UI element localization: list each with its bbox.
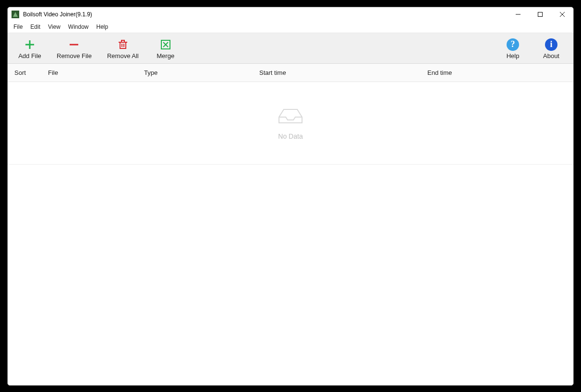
app-icon	[12, 11, 19, 18]
column-headers: Sort File Type Start time End time	[8, 64, 573, 82]
help-label: Help	[507, 52, 520, 59]
close-button[interactable]	[551, 7, 573, 22]
window-controls	[507, 7, 573, 22]
inbox-icon	[277, 106, 304, 127]
remove-all-label: Remove All	[107, 52, 139, 59]
merge-label: Merge	[157, 52, 174, 59]
col-header-sort[interactable]: Sort	[8, 69, 41, 76]
remove-file-button[interactable]: Remove File	[49, 36, 99, 60]
col-header-type[interactable]: Type	[137, 69, 253, 76]
col-header-file[interactable]: File	[41, 69, 137, 76]
add-file-label: Add File	[18, 52, 41, 59]
window-title: Boilsoft Video Joiner(9.1.9)	[23, 11, 92, 18]
about-label: About	[543, 52, 559, 59]
svg-rect-13	[121, 40, 124, 42]
merge-icon	[160, 38, 171, 51]
menu-edit[interactable]: Edit	[26, 22, 44, 32]
menubar: File Edit View Window Help	[8, 22, 573, 33]
help-icon: ?	[507, 38, 519, 51]
svg-rect-3	[538, 12, 543, 16]
svg-rect-10	[120, 42, 126, 48]
about-button[interactable]: i About	[532, 36, 570, 60]
menu-window[interactable]: Window	[64, 22, 93, 32]
file-list-area[interactable]: No Data	[8, 82, 573, 165]
app-window: Boilsoft Video Joiner(9.1.9) File Edit V…	[7, 7, 574, 386]
menu-view[interactable]: View	[44, 22, 64, 32]
remove-all-button[interactable]: Remove All	[99, 36, 146, 60]
minimize-button[interactable]	[507, 7, 529, 22]
col-header-start[interactable]: Start time	[253, 69, 421, 76]
menu-file[interactable]: File	[10, 22, 26, 32]
col-header-end[interactable]: End time	[421, 69, 573, 76]
maximize-button[interactable]	[529, 7, 551, 22]
menu-help[interactable]: Help	[93, 22, 112, 32]
plus-icon	[24, 38, 36, 51]
toolbar: Add File Remove File Remove All	[8, 33, 573, 64]
remove-file-label: Remove File	[57, 52, 92, 59]
titlebar[interactable]: Boilsoft Video Joiner(9.1.9)	[8, 7, 573, 22]
merge-button[interactable]: Merge	[146, 36, 185, 60]
no-data-text: No Data	[278, 132, 303, 140]
add-file-button[interactable]: Add File	[11, 36, 49, 60]
lower-panel	[8, 165, 573, 385]
minus-icon	[68, 38, 80, 51]
trash-icon	[117, 38, 129, 51]
help-button[interactable]: ? Help	[494, 36, 532, 60]
info-icon: i	[545, 38, 557, 51]
